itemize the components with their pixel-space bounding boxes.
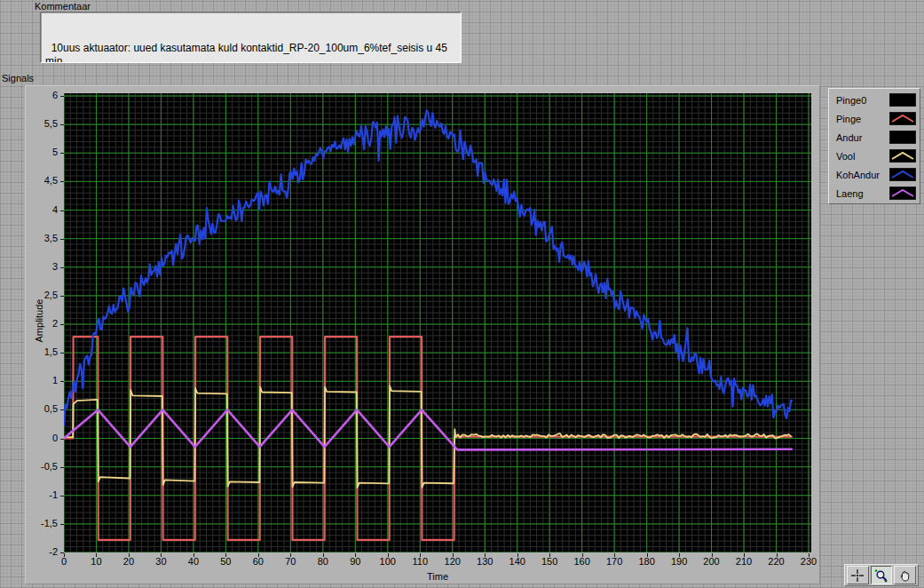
y-tick-label: -1,5 <box>26 518 60 528</box>
x-tick-label: 120 <box>445 556 461 567</box>
comment-line: 10uus aktuaator: uued kasutamata kuld ko… <box>45 42 456 63</box>
legend-item-label: Vool <box>836 151 855 162</box>
x-tick-label: 150 <box>541 556 557 567</box>
x-tick-label: 140 <box>509 556 525 567</box>
series-KohAndur <box>64 110 793 426</box>
legend-item-vool[interactable]: Vool <box>829 147 920 165</box>
y-tick-label: 0 <box>26 433 60 443</box>
y-tick-label: -1 <box>26 489 60 500</box>
legend-swatch <box>889 168 916 181</box>
plot-legend: Pinge0PingeAndurVoolKohAndurLaeng <box>828 88 920 204</box>
x-axis-title: Time <box>64 571 811 582</box>
x-tick-label: 100 <box>380 556 396 567</box>
legend-item-label: KohAndur <box>836 170 880 180</box>
x-tick-label: 0 <box>61 556 67 567</box>
y-tick-mark <box>60 267 64 268</box>
legend-item-label: Pinge <box>836 114 861 124</box>
x-tick-label: 40 <box>188 556 199 567</box>
legend-swatch <box>889 149 916 163</box>
legend-swatch <box>889 131 916 144</box>
y-tick-mark <box>60 409 64 410</box>
y-tick-mark <box>60 124 64 125</box>
y-tick-mark <box>60 296 64 297</box>
x-tick-label: 160 <box>573 556 589 567</box>
y-tick-label: 4 <box>26 204 60 215</box>
x-tick-label: 130 <box>477 556 493 567</box>
y-tick-label: 5,5 <box>26 118 60 129</box>
y-tick-label: 6 <box>26 90 60 100</box>
pan-tool-button[interactable] <box>894 566 916 584</box>
y-tick-mark <box>60 239 64 240</box>
legend-item-andur[interactable]: Andur <box>829 128 920 147</box>
x-tick-label: 20 <box>123 556 134 567</box>
y-tick-mark <box>60 181 64 182</box>
y-tick-mark <box>60 496 64 497</box>
y-tick-mark <box>60 96 64 97</box>
x-tick-label: 230 <box>801 556 817 567</box>
y-tick-label: -0,5 <box>26 461 60 472</box>
y-tick-mark <box>60 467 64 468</box>
y-tick-mark <box>60 381 64 382</box>
y-tick-mark <box>60 153 64 154</box>
y-tick-label: 5 <box>26 147 60 157</box>
x-tick-label: 10 <box>91 556 101 567</box>
signals-label: Signals <box>2 73 34 84</box>
waveform-graph: 65,554,543,532,521,510,50-0,5-1-1,5-2 01… <box>25 85 820 584</box>
y-tick-mark <box>60 439 64 440</box>
y-tick-mark <box>60 211 64 211</box>
y-tick-label: 4,5 <box>26 175 60 186</box>
x-tick-label: 210 <box>736 556 752 567</box>
x-tick-label: 30 <box>155 556 166 567</box>
x-tick-label: 90 <box>350 556 360 567</box>
legend-item-label: Laeng <box>836 188 864 199</box>
legend-swatch <box>889 93 916 107</box>
y-tick-label: 3 <box>26 261 60 272</box>
magnifier-icon <box>874 568 888 583</box>
legend-item-pinge0[interactable]: Pinge0 <box>829 91 920 109</box>
y-tick-mark <box>60 353 64 354</box>
legend-item-label: Andur <box>836 132 862 143</box>
y-tick-label: 1 <box>26 375 60 385</box>
x-tick-label: 220 <box>768 556 784 567</box>
x-tick-label: 50 <box>220 556 231 567</box>
hand-icon <box>898 568 912 583</box>
zoom-tool-button[interactable] <box>871 566 893 584</box>
legend-item-label: Pinge0 <box>836 95 866 106</box>
y-tick-label: 0,5 <box>26 403 60 414</box>
legend-swatch <box>889 112 916 125</box>
cursor-tool-button[interactable] <box>847 566 869 584</box>
graph-palette <box>844 564 919 586</box>
y-axis-title: Amplitude <box>34 290 44 352</box>
x-tick-label: 200 <box>703 556 719 567</box>
comment-box[interactable]: 10uus aktuaator: uued kasutamata kuld ko… <box>40 12 462 63</box>
y-tick-mark <box>60 324 64 325</box>
y-tick-mark <box>60 524 64 525</box>
y-tick-label: 3,5 <box>26 233 60 243</box>
y-tick-label: -2 <box>26 546 60 557</box>
x-tick-label: 180 <box>638 556 654 567</box>
legend-item-pinge[interactable]: Pinge <box>829 109 920 128</box>
series <box>64 110 793 540</box>
x-tick-label: 80 <box>318 556 328 567</box>
legend-item-kohandur[interactable]: KohAndur <box>829 165 920 184</box>
x-tick-label: 170 <box>606 556 622 567</box>
x-tick-label: 70 <box>285 556 296 567</box>
legend-swatch <box>889 187 916 200</box>
legend-item-laeng[interactable]: Laeng <box>829 184 920 203</box>
plot-area[interactable] <box>64 93 811 552</box>
x-tick-label: 190 <box>671 556 687 567</box>
x-tick-label: 60 <box>253 556 264 567</box>
crosshair-icon <box>850 568 865 583</box>
x-tick-label: 110 <box>412 556 428 567</box>
